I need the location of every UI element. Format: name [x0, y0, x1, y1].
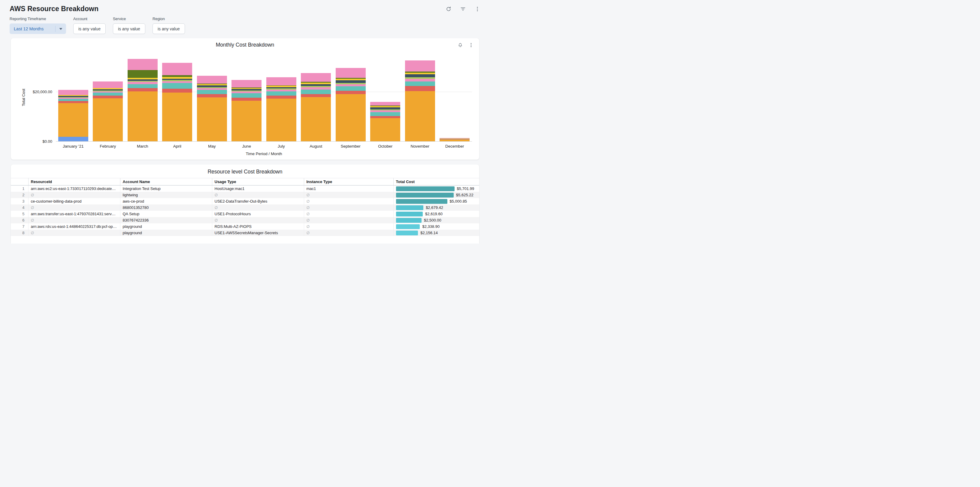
bar-segment-amber[interactable]	[127, 91, 158, 142]
cost-bar	[396, 218, 422, 223]
bar-segment-yellow[interactable]	[162, 77, 192, 79]
bar-segment-red[interactable]	[266, 96, 296, 99]
bar-segment-amber[interactable]	[162, 93, 192, 142]
stacked-bar-September[interactable]	[336, 68, 366, 142]
cell-total-cost: $2,500.00	[393, 217, 479, 224]
bar-segment-pink-top[interactable]	[197, 76, 227, 83]
bar-segment-navy[interactable]	[405, 74, 435, 77]
bar-segment-teal[interactable]	[370, 112, 400, 116]
bar-segment-amber[interactable]	[58, 103, 88, 137]
bar-segment-amber[interactable]	[266, 99, 296, 142]
bar-slot	[438, 53, 472, 142]
bar-segment-olive[interactable]	[127, 70, 158, 78]
bar-segment-navy[interactable]	[301, 84, 331, 86]
service-filter-button[interactable]: is any value	[113, 24, 145, 34]
bar-segment-teal[interactable]	[266, 91, 296, 96]
tile-more-button[interactable]	[468, 42, 474, 48]
cell-resource-id: arn:aws:transfer:us-east-1:479370281431:…	[28, 211, 120, 217]
table-row: 8∅playgroundUSE1-AWSSecretsManager-Secre…	[11, 230, 479, 236]
bar-segment-red[interactable]	[162, 89, 192, 92]
bar-segment-red[interactable]	[127, 88, 158, 91]
stacked-bar-May[interactable]	[197, 76, 227, 142]
filter-button[interactable]	[460, 5, 466, 13]
filter-group-service: Service is any value	[113, 16, 145, 34]
bar-segment-teal[interactable]	[58, 99, 88, 101]
col-header-resource-id[interactable]: ResourceId	[28, 178, 120, 185]
bar-segment-red[interactable]	[197, 94, 227, 98]
cell-total-cost: $2,338.90	[393, 224, 479, 230]
row-number: 5	[11, 211, 28, 217]
row-number: 2	[11, 192, 28, 198]
stacked-bar-November[interactable]	[405, 61, 435, 142]
bar-segment-teal[interactable]	[162, 83, 192, 89]
kebab-icon	[474, 6, 480, 12]
col-header-usage-type[interactable]: Usage Type	[212, 178, 304, 185]
chart-plot: Total Cost $20,000.00 $0.00	[56, 53, 472, 142]
bar-segment-teal[interactable]	[336, 86, 366, 91]
more-menu-button[interactable]	[474, 5, 481, 13]
bar-segment-red[interactable]	[93, 96, 123, 98]
bar-segment-pink-mid[interactable]	[405, 79, 435, 81]
bar-segment-teal[interactable]	[301, 89, 331, 94]
null-value: ∅	[215, 206, 218, 210]
cost-bar	[396, 224, 420, 229]
cell-account-name: QA Setup	[120, 211, 212, 217]
bar-segment-pink-top[interactable]	[127, 59, 158, 70]
bar-segment-amber[interactable]	[336, 94, 366, 142]
bar-segment-amber[interactable]	[197, 97, 227, 142]
bar-segment-pink-top[interactable]	[370, 102, 400, 105]
stacked-bar-July[interactable]	[266, 77, 296, 142]
bar-segment-pink-top[interactable]	[162, 63, 192, 75]
bar-segment-navy[interactable]	[336, 80, 366, 83]
bar-segment-red[interactable]	[370, 116, 400, 118]
bar-segment-red[interactable]	[405, 86, 435, 91]
bar-segment-pink-mid[interactable]	[336, 84, 366, 86]
stacked-bar-March[interactable]	[127, 59, 158, 142]
bar-segment-amber[interactable]	[370, 118, 400, 142]
timeframe-dropdown[interactable]: Last 12 Months	[10, 24, 66, 34]
bar-segment-teal[interactable]	[93, 93, 123, 96]
col-header-instance-type[interactable]: Instance Type	[304, 178, 393, 185]
bar-segment-pink-top[interactable]	[231, 80, 261, 88]
bar-segment-pink-mid[interactable]	[127, 82, 158, 84]
bar-segment-pink-mid[interactable]	[301, 87, 331, 89]
stacked-bar-April[interactable]	[162, 63, 192, 142]
bar-segment-blue[interactable]	[58, 137, 88, 142]
stacked-bar-January '21[interactable]	[58, 90, 88, 142]
bar-segment-pink-mid[interactable]	[162, 81, 192, 83]
bar-segment-teal[interactable]	[405, 81, 435, 86]
bar-segment-amber[interactable]	[301, 97, 331, 142]
bar-segment-pink-top[interactable]	[336, 68, 366, 78]
region-filter-button[interactable]: is any value	[153, 24, 185, 34]
x-axis-label: March	[125, 144, 160, 148]
x-axis-label: October	[368, 144, 403, 148]
bar-segment-red[interactable]	[336, 91, 366, 94]
alert-bell-button[interactable]	[457, 42, 464, 48]
bar-segment-red[interactable]	[231, 98, 261, 101]
y-axis-title: Total Cost	[21, 89, 26, 106]
bar-segment-teal[interactable]	[231, 93, 261, 98]
chart-title: Monthly Cost Breakdown	[11, 42, 479, 48]
col-header-total-cost[interactable]: Total Cost	[393, 178, 479, 185]
bar-segment-amber[interactable]	[405, 91, 435, 142]
stacked-bar-February[interactable]	[93, 81, 123, 142]
bar-segment-amber[interactable]	[93, 98, 123, 142]
bar-segment-pink-top[interactable]	[301, 73, 331, 82]
account-filter-button[interactable]: is any value	[73, 24, 106, 34]
bar-segment-red[interactable]	[301, 94, 331, 97]
bar-segment-red[interactable]	[58, 101, 88, 103]
bar-segment-pink-top[interactable]	[405, 61, 435, 72]
bar-segment-teal[interactable]	[197, 90, 227, 94]
bar-segment-navy[interactable]	[370, 107, 400, 109]
stacked-bar-June[interactable]	[231, 80, 261, 142]
bar-segment-pink-top[interactable]	[266, 77, 296, 85]
refresh-button[interactable]	[445, 5, 452, 13]
bar-segment-pink-mid[interactable]	[266, 89, 296, 92]
bar-segment-teal[interactable]	[127, 84, 158, 88]
stacked-bar-October[interactable]	[370, 102, 400, 142]
bar-segment-pink-top[interactable]	[93, 81, 123, 88]
stacked-bar-August[interactable]	[301, 73, 331, 142]
col-header-account-name[interactable]: Account Name	[120, 178, 212, 185]
bar-segment-amber[interactable]	[231, 101, 261, 142]
bar-segment-pink-top[interactable]	[58, 90, 88, 95]
